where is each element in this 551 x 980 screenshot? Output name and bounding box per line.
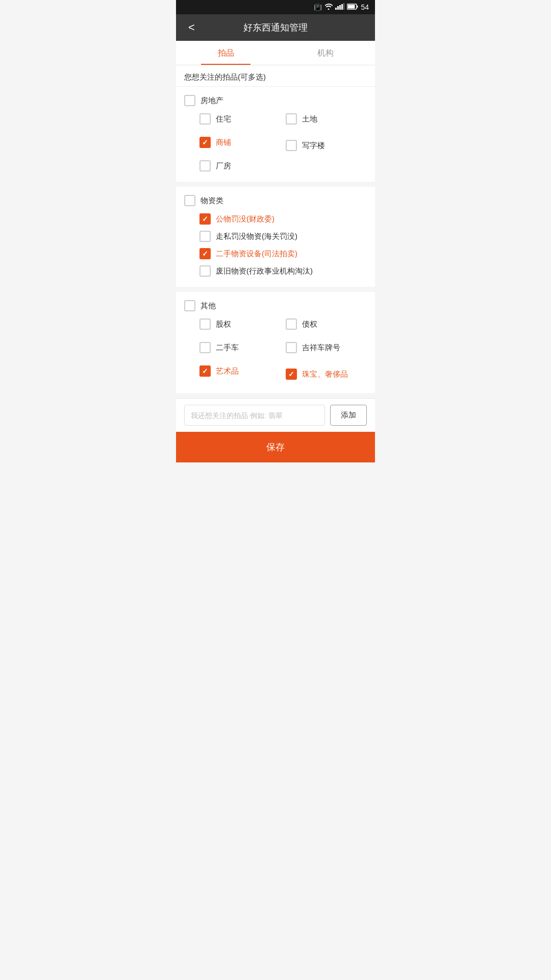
section-header-materials: 物资类 — [184, 195, 367, 206]
label-second-hand-equipment: 二手物资设备(司法拍卖) — [216, 249, 297, 259]
svg-rect-1 — [337, 6, 339, 10]
add-button[interactable]: 添加 — [330, 405, 367, 426]
item-public-confiscated[interactable]: 公物罚没(财政委) — [199, 213, 367, 225]
label-equity: 股权 — [216, 320, 231, 329]
section-header-real-estate: 房地产 — [184, 95, 367, 106]
signal-icon — [335, 3, 344, 11]
custom-input-area: 添加 — [176, 398, 375, 432]
svg-rect-4 — [343, 3, 344, 10]
back-button[interactable]: < — [184, 19, 199, 36]
label-materials: 物资类 — [201, 196, 223, 206]
wifi-icon — [324, 4, 333, 11]
item-jewelry[interactable]: 珠宝、奢侈品 — [286, 365, 367, 383]
item-factory[interactable]: 厂房 — [199, 160, 367, 172]
checkbox-used-car[interactable] — [199, 342, 211, 353]
battery-icon — [347, 4, 358, 11]
label-other: 其他 — [201, 301, 216, 311]
svg-rect-3 — [341, 4, 343, 10]
checkbox-jewelry[interactable] — [286, 369, 297, 380]
checkbox-second-hand-equipment[interactable] — [199, 248, 211, 259]
checkbox-other[interactable] — [184, 300, 195, 311]
checkbox-office[interactable] — [286, 140, 297, 151]
checkbox-license-plate[interactable] — [286, 342, 297, 353]
svg-rect-7 — [348, 5, 355, 8]
checkbox-obsolete-materials[interactable] — [199, 265, 211, 277]
checkbox-materials[interactable] — [184, 195, 195, 206]
item-office[interactable]: 写字楼 — [286, 137, 367, 154]
page-description: 您想关注的拍品(可多选) — [176, 65, 375, 87]
label-factory: 厂房 — [216, 161, 231, 171]
checkbox-residential[interactable] — [199, 113, 211, 125]
label-used-car: 二手车 — [216, 343, 239, 353]
section-other: 其他 股权 债权 二手车 吉祥车牌号 — [176, 292, 375, 393]
tab-bar: 拍品 机构 — [176, 41, 375, 65]
item-shop[interactable]: 商铺 — [199, 137, 281, 148]
checkbox-smuggling-confiscated[interactable] — [199, 231, 211, 242]
label-land: 土地 — [302, 114, 317, 124]
label-residential: 住宅 — [216, 114, 231, 124]
checkbox-equity[interactable] — [199, 318, 211, 330]
status-icons: 📳 54 — [314, 3, 369, 11]
checkbox-factory[interactable] — [199, 160, 211, 172]
svg-rect-6 — [357, 6, 358, 8]
svg-rect-0 — [335, 8, 337, 10]
item-used-car[interactable]: 二手车 — [199, 342, 281, 353]
item-license-plate[interactable]: 吉祥车牌号 — [286, 342, 367, 353]
custom-item-input[interactable] — [184, 405, 325, 426]
vibrate-icon: 📳 — [314, 4, 322, 11]
label-public-confiscated: 公物罚没(财政委) — [216, 214, 274, 224]
page-title: 好东西通知管理 — [243, 21, 308, 34]
label-shop: 商铺 — [216, 138, 231, 148]
section-materials: 物资类 公物罚没(财政委) 走私罚没物资(海关罚没) 二手物资设备(司法拍卖) … — [176, 187, 375, 287]
checkbox-shop[interactable] — [199, 137, 211, 148]
label-office: 写字楼 — [302, 141, 325, 151]
tab-institution[interactable]: 机构 — [276, 41, 375, 65]
checkbox-art[interactable] — [199, 365, 211, 377]
svg-rect-2 — [339, 5, 341, 10]
sub-items-materials: 公物罚没(财政委) 走私罚没物资(海关罚没) 二手物资设备(司法拍卖) 废旧物资… — [184, 213, 367, 277]
sub-items-real-estate: 住宅 土地 商铺 写字楼 厂 — [184, 113, 367, 172]
item-obsolete-materials[interactable]: 废旧物资(行政事业机构淘汰) — [199, 265, 367, 277]
sub-items-other: 股权 债权 二手车 吉祥车牌号 艺术品 — [184, 318, 367, 383]
checkbox-public-confiscated[interactable] — [199, 213, 211, 225]
item-debt[interactable]: 债权 — [286, 318, 367, 330]
label-debt: 债权 — [302, 320, 317, 329]
checkbox-land[interactable] — [286, 113, 297, 125]
real-estate-grid: 住宅 土地 商铺 写字楼 — [199, 113, 367, 154]
status-bar: 📳 54 — [176, 0, 375, 14]
checkbox-real-estate[interactable] — [184, 95, 195, 106]
header: < 好东西通知管理 — [176, 14, 375, 41]
time-display: 54 — [361, 3, 369, 11]
item-art[interactable]: 艺术品 — [199, 365, 281, 377]
label-license-plate: 吉祥车牌号 — [302, 343, 340, 353]
label-smuggling-confiscated: 走私罚没物资(海关罚没) — [216, 232, 297, 241]
item-equity[interactable]: 股权 — [199, 318, 281, 330]
label-jewelry: 珠宝、奢侈品 — [302, 370, 348, 379]
item-smuggling-confiscated[interactable]: 走私罚没物资(海关罚没) — [199, 231, 367, 242]
label-art: 艺术品 — [216, 366, 239, 376]
checkbox-debt[interactable] — [286, 318, 297, 330]
item-residential[interactable]: 住宅 — [199, 113, 281, 125]
save-button[interactable]: 保存 — [176, 432, 375, 462]
section-real-estate: 房地产 住宅 土地 商铺 写字楼 — [176, 87, 375, 182]
tab-auction[interactable]: 拍品 — [176, 41, 276, 65]
real-estate-single: 厂房 — [199, 160, 367, 172]
item-second-hand-equipment[interactable]: 二手物资设备(司法拍卖) — [199, 248, 367, 259]
label-obsolete-materials: 废旧物资(行政事业机构淘汰) — [216, 266, 313, 276]
content-area: 您想关注的拍品(可多选) 房地产 住宅 土地 商铺 — [176, 65, 375, 462]
item-land[interactable]: 土地 — [286, 113, 367, 125]
section-header-other: 其他 — [184, 300, 367, 311]
label-real-estate: 房地产 — [201, 96, 223, 106]
other-grid: 股权 债权 二手车 吉祥车牌号 艺术品 — [199, 318, 367, 383]
